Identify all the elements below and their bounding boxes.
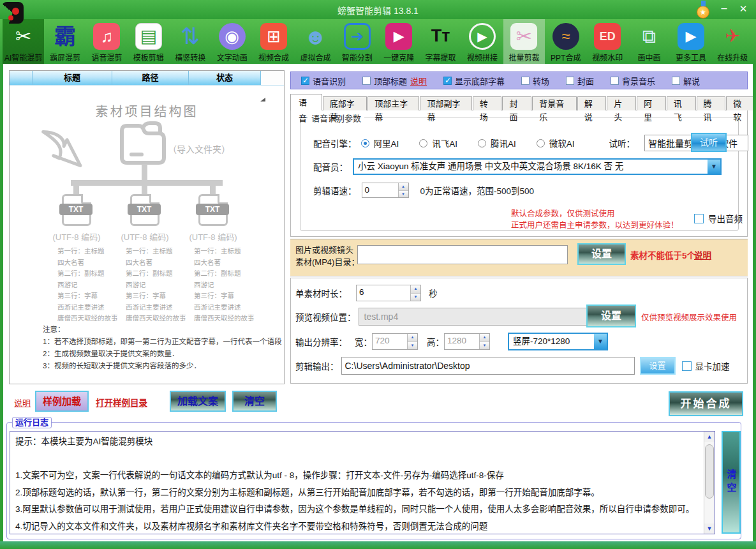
option-bgm[interactable]: 背景音乐 (611, 75, 655, 87)
medal-icon[interactable]: ★ (697, 6, 709, 19)
spin-up-icon[interactable]: ▲ (399, 183, 408, 191)
radio-microsoft-ai[interactable] (537, 139, 545, 147)
spin-up-icon[interactable]: ▲ (480, 334, 489, 342)
clear-list-button[interactable]: 清空 (232, 391, 277, 412)
tab-ali[interactable]: 阿里 (637, 96, 666, 110)
spin-down-icon[interactable]: ▼ (399, 191, 408, 198)
log-scrollbar[interactable]: ▲ ▼ (704, 432, 715, 534)
chevron-down-icon[interactable]: ▼ (594, 334, 607, 349)
tool-one-click-clone[interactable]: ▶一键克隆 (378, 19, 420, 64)
tool-screen-mix[interactable]: 霸霸屏混剪 (44, 19, 85, 64)
option-voice-recognition[interactable]: 语音识别 (301, 75, 346, 87)
help-link[interactable]: 说明 (14, 396, 31, 409)
tool-voice-mix[interactable]: ♫语音混剪 (86, 19, 128, 64)
tool-pip[interactable]: ⧉画中画 (628, 19, 670, 64)
tab-voice[interactable]: 语音 (290, 94, 322, 110)
option-show-bottom-subtitle[interactable]: 显示底部字幕 (443, 75, 505, 87)
tool-watermark[interactable]: ED视频水印 (586, 19, 628, 64)
preview-set-button[interactable]: 设置 (586, 305, 636, 327)
tool-rotate-convert[interactable]: ⇅横竖转换 (170, 19, 211, 64)
spin-down-icon[interactable]: ▼ (408, 342, 417, 350)
tool-video-merge[interactable]: ⊞视频合成 (253, 19, 294, 64)
tool-batch-crop[interactable]: ✂批量剪裁 (503, 19, 545, 64)
log-area[interactable]: 提示：本模块主要为AI智能混剪模块 1.文案不可为空，文案一行代表解说的一句话文… (10, 431, 715, 534)
open-sample-dir-link[interactable]: 打开样例目录 (96, 396, 147, 409)
export-audio-checkbox[interactable] (694, 214, 704, 223)
tab-bgm[interactable]: 背景音乐 (532, 96, 576, 110)
material-dir-input[interactable] (357, 245, 568, 264)
tool-text-animation[interactable]: ◉文字动画 (211, 19, 253, 64)
tab-top-main-subtitle[interactable]: 顶部主字幕 (367, 96, 419, 110)
preview-path-input[interactable]: test.mp4 (359, 308, 589, 326)
option-top-title[interactable]: 顶部标题说明 (362, 75, 427, 87)
checkbox[interactable] (301, 77, 309, 85)
gpu-checkbox[interactable] (682, 361, 692, 371)
header-title[interactable]: 标题 (33, 71, 112, 85)
option-transition[interactable]: 转场 (521, 75, 549, 87)
tool-template-edit[interactable]: ▤模板剪辑 (128, 19, 169, 64)
header-status[interactable]: 状态 (189, 71, 261, 85)
width-spinner[interactable]: 720 ▲▼ (372, 333, 418, 350)
tool-subtitle-extract[interactable]: Tт字幕提取 (420, 19, 461, 64)
spin-up-icon[interactable]: ▲ (408, 334, 417, 342)
tool-smart-split[interactable]: ➔智能分割 (336, 19, 378, 64)
tab-intro[interactable]: 片头 (607, 96, 636, 110)
checkbox[interactable] (566, 77, 574, 85)
load-script-button[interactable]: 加载文案 (170, 391, 226, 412)
clear-log-button[interactable]: 清空 (722, 431, 741, 534)
checkbox[interactable] (362, 77, 371, 85)
speed-spinner[interactable]: 0 ▲▼ (362, 183, 409, 198)
radio-ali-ai[interactable] (361, 139, 369, 147)
tab-transition[interactable]: 转场 (473, 96, 502, 110)
tool-ppt-merge[interactable]: ≈PPT合成 (545, 19, 586, 64)
height-spinner[interactable]: 1280 ▲▼ (444, 333, 490, 350)
spin-down-icon[interactable]: ▼ (480, 342, 489, 350)
load-sample-button[interactable]: 样例加载 (35, 391, 89, 412)
radio-xunfei-ai[interactable] (419, 139, 427, 147)
radio-tencent-ai[interactable] (478, 139, 486, 147)
tool-ai-smart-mix[interactable]: ✂AI智能混剪 (3, 19, 44, 64)
scroll-up-icon[interactable]: ▲ (704, 432, 715, 442)
duration-spinner[interactable]: 6 ▲▼ (356, 285, 421, 301)
top-title-help-link[interactable]: 说明 (410, 75, 427, 87)
speaker-dropdown[interactable]: 小云 Xiaoyun 标准女声 通用场景 中文及中英文混合场景 8K/16K 否… (353, 158, 722, 175)
tab-bottom-subtitle[interactable]: 底部字幕 (323, 96, 367, 110)
checkbox[interactable] (521, 77, 530, 85)
option-cover[interactable]: 封面 (566, 75, 594, 87)
resolution-preset-dropdown[interactable]: 竖屏-720*1280 ▼ (508, 333, 608, 350)
material-help-link[interactable]: 说明 (694, 248, 711, 261)
tab-narration[interactable]: 解说 (577, 96, 607, 110)
tab-cover[interactable]: 封面 (502, 96, 531, 110)
scroll-thumb[interactable] (705, 444, 714, 499)
audition-button[interactable]: 试听 (691, 133, 727, 152)
minimize-button[interactable]: – (716, 1, 732, 17)
checkbox[interactable] (672, 77, 680, 85)
gpu-acceleration-option[interactable]: 显卡加速 (682, 359, 730, 372)
checkbox[interactable] (611, 77, 619, 85)
spin-up-icon[interactable]: ▲ (411, 285, 420, 294)
export-audio-option[interactable]: 导出音频 (694, 212, 743, 225)
run-log-title: 运行日志 (12, 417, 52, 428)
tool-online-upgrade[interactable]: ✈在线升级 (712, 19, 753, 64)
checkbox[interactable] (443, 77, 452, 85)
scroll-down-icon[interactable]: ▼ (704, 523, 715, 534)
start-compose-button[interactable]: 开始合成 (669, 391, 743, 416)
output-path-input[interactable] (341, 357, 635, 375)
header-path[interactable]: 路径 (112, 71, 189, 85)
close-button[interactable]: ✕ (736, 1, 751, 17)
one-click-clone-icon: ▶ (385, 23, 412, 50)
option-narration[interactable]: 解说 (672, 75, 700, 87)
tool-more-tools[interactable]: ▶更多工具 (670, 19, 711, 64)
tab-tencent[interactable]: 腾讯 (697, 96, 726, 110)
smart-split-icon: ➔ (344, 23, 371, 50)
tab-xunfei[interactable]: 讯飞 (667, 96, 696, 110)
output-set-button[interactable]: 设置 (640, 357, 676, 375)
encoding-label: (UTF-8 编码) (175, 230, 251, 243)
tool-video-join[interactable]: ▶视频拼接 (461, 19, 503, 64)
chevron-down-icon[interactable]: ▼ (708, 160, 720, 174)
material-set-button[interactable]: 设置 (577, 243, 626, 265)
spin-down-icon[interactable]: ▼ (411, 294, 420, 301)
tab-microsoft[interactable]: 微软 (726, 96, 755, 110)
tab-top-sub-subtitle[interactable]: 顶部副字幕 (420, 96, 471, 110)
tool-virtual-compose[interactable]: ☻虚拟合成 (295, 19, 336, 64)
